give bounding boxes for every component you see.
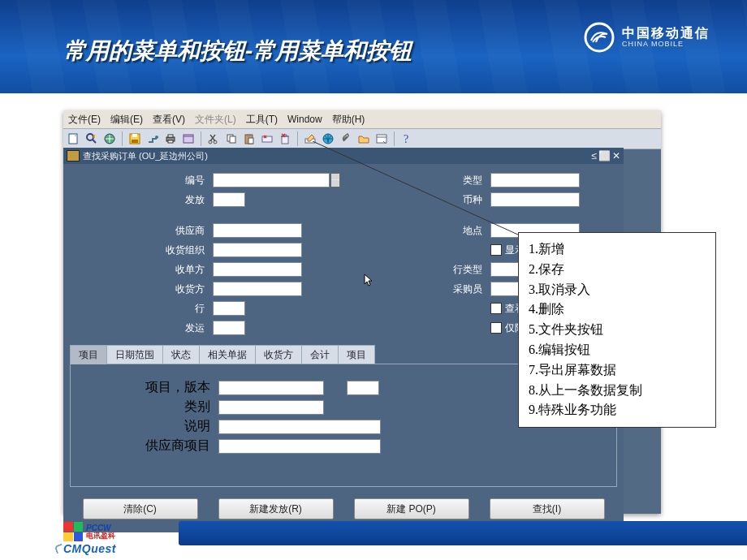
input-line[interactable] — [213, 301, 245, 316]
close-icon[interactable]: ✕ — [612, 150, 620, 162]
tab-project[interactable]: 项目 — [338, 345, 375, 364]
folder-tools-icon[interactable] — [356, 131, 371, 146]
menu-view[interactable]: 查看(V) — [153, 113, 185, 127]
label-item-rev: 项目，版本 — [77, 379, 215, 396]
label-number: 编号 — [71, 174, 209, 187]
label-buyer: 采购员 — [430, 282, 487, 296]
minimize-icon[interactable]: ≤ — [591, 150, 597, 162]
paste-icon[interactable] — [242, 131, 257, 146]
tab-bill[interactable]: 收货方 — [255, 345, 302, 364]
label-release: 发放 — [71, 193, 209, 207]
label-bill-to: 收货方 — [71, 282, 209, 296]
find-button[interactable]: 查找(I) — [490, 498, 605, 519]
input-release[interactable] — [213, 192, 245, 207]
input-supitem[interactable] — [218, 439, 381, 454]
svg-rect-11 — [168, 140, 173, 143]
form-title-bar: 查找采购订单 (OU_延边州公司) ≤ ⬜ ✕ — [63, 148, 624, 164]
delete-icon[interactable] — [278, 131, 292, 146]
label-site: 地点 — [430, 224, 487, 238]
toolbar: ? — [63, 128, 661, 149]
input-item[interactable] — [218, 381, 324, 395]
svg-rect-24 — [377, 135, 386, 143]
input-supplier[interactable] — [213, 223, 302, 238]
svg-rect-7 — [132, 140, 138, 143]
input-category[interactable] — [218, 400, 324, 415]
label-ship-to: 收单方 — [71, 263, 209, 277]
label-desc: 说明 — [77, 418, 215, 435]
zoom-window-icon[interactable] — [374, 131, 389, 146]
checkbox-show-external[interactable] — [490, 244, 502, 256]
label-shipment: 发运 — [71, 321, 209, 335]
tab-items[interactable]: 项目 — [70, 345, 107, 364]
label-category: 类别 — [77, 398, 215, 416]
brand-logo: 中国移动通信 CHINA MOBILE — [583, 21, 710, 54]
cut-icon[interactable] — [206, 131, 221, 146]
search-icon[interactable] — [84, 131, 99, 146]
maximize-icon[interactable]: ⬜ — [598, 150, 611, 162]
input-receiving-org[interactable] — [213, 243, 302, 257]
form-title: 查找采购订单 (OU_延边州公司) — [83, 150, 208, 162]
checkbox-vmi[interactable] — [490, 322, 502, 334]
label-currency: 币种 — [430, 193, 487, 207]
tab-status[interactable]: 状态 — [162, 345, 200, 364]
clear-record-icon[interactable] — [260, 131, 274, 146]
cmquest-logo: CMQuest — [63, 542, 116, 555]
svg-rect-3 — [93, 135, 95, 138]
svg-rect-21 — [282, 136, 288, 144]
label-line: 行 — [71, 302, 209, 316]
lov-number-icon[interactable]: ⋯ — [330, 173, 340, 187]
svg-rect-18 — [247, 134, 251, 136]
clear-button[interactable]: 清除(C) — [83, 498, 198, 519]
tab-date[interactable]: 日期范围 — [106, 345, 163, 364]
input-type[interactable] — [490, 173, 580, 187]
input-number[interactable] — [213, 173, 330, 187]
menu-help[interactable]: 帮助(H) — [332, 113, 365, 127]
new-icon[interactable] — [67, 131, 81, 146]
menu-window[interactable]: Window — [287, 114, 322, 125]
step-icon[interactable] — [145, 131, 160, 146]
tab-account[interactable]: 会计 — [301, 345, 339, 364]
label-receiving-org: 收货组织 — [71, 243, 209, 257]
svg-point-8 — [155, 136, 158, 139]
footer-logos: PCCW电讯盈科 CMQuest — [63, 522, 116, 555]
help-icon[interactable]: ? — [399, 131, 414, 146]
new-release-button[interactable]: 新建发放(R) — [218, 498, 334, 519]
label-type: 类型 — [430, 174, 487, 187]
svg-rect-16 — [230, 136, 235, 143]
label-line-type: 行类型 — [430, 263, 487, 277]
checkbox-view-releases[interactable] — [490, 303, 502, 314]
label-supitem: 供应商项目 — [77, 437, 215, 454]
new-button[interactable]: 新建 PO(P) — [354, 498, 469, 519]
slide-title: 常用的菜单和按钮-常用菜单和按钮 — [63, 36, 412, 67]
svg-rect-20 — [262, 136, 272, 142]
cursor-icon — [364, 274, 377, 286]
input-bill-to[interactable] — [213, 282, 302, 296]
footer-band — [179, 521, 747, 545]
edit-field-icon[interactable] — [303, 131, 317, 146]
print-icon[interactable] — [163, 131, 178, 146]
menu-folder[interactable]: 文件夹(L) — [195, 113, 236, 127]
menu-edit[interactable]: 编辑(E) — [110, 113, 143, 127]
input-currency[interactable] — [490, 192, 580, 207]
svg-rect-6 — [132, 134, 137, 137]
svg-rect-10 — [168, 135, 173, 137]
annotation-box: 1.新增 2.保存 3.取消录入 4.删除 5.文件夹按钮 6.编辑按钮 7.导… — [518, 232, 716, 428]
input-shipment[interactable] — [213, 321, 245, 335]
svg-text:?: ? — [404, 133, 408, 145]
close-form-icon[interactable] — [181, 131, 196, 146]
menubar: 文件(E) 编辑(E) 查看(V) 文件夹(L) 工具(T) Window 帮助… — [63, 110, 661, 128]
input-desc[interactable] — [218, 420, 381, 434]
svg-rect-19 — [248, 138, 253, 144]
menu-tools[interactable]: 工具(T) — [246, 113, 278, 127]
tab-related[interactable]: 相关单据 — [199, 345, 256, 364]
input-ship-to[interactable] — [213, 262, 302, 277]
label-supplier: 供应商 — [71, 224, 209, 238]
input-rev[interactable] — [347, 381, 379, 395]
attach-icon[interactable] — [339, 131, 353, 146]
translate-icon[interactable] — [321, 131, 335, 146]
nav-icon[interactable] — [102, 131, 117, 146]
copy-icon[interactable] — [224, 131, 239, 146]
menu-file[interactable]: 文件(E) — [68, 113, 101, 127]
svg-point-2 — [87, 134, 93, 140]
save-icon[interactable] — [127, 131, 142, 146]
